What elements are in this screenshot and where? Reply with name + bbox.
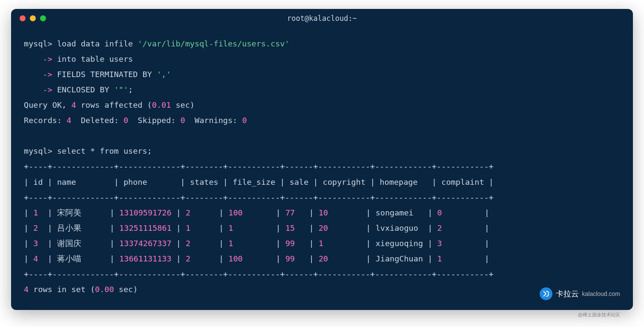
result-query-ok: Query OK, [24,100,71,109]
logo-text-main: 卡拉云 [556,289,579,299]
cmd-string-comma: ',' [157,70,171,79]
cmd-enclosed: ENCLOSED BY [57,85,114,94]
footer-time: 0.00 [95,285,114,294]
continuation-arrow: -> [24,54,57,63]
logo-text-sub: kalacloud.com [582,290,621,297]
cmd-semicolon: ; [128,85,133,94]
result-time: 0.01 [152,100,171,109]
footer-text: rows in set ( [29,285,95,294]
result-deleted: 0 [124,116,128,125]
mysql-prompt: mysql> [24,39,52,48]
cmd-load-data: load data infile [52,39,138,48]
footer-rowcount: 4 [24,285,29,294]
result-rowcount: 4 [71,100,76,109]
result-skipped-label: Skipped: [128,116,181,125]
cmd-into-table: into table users [57,54,133,63]
terminal-body[interactable]: mysql> load data infile '/var/lib/mysql-… [11,28,633,310]
result-warnings-label: Warnings: [185,116,242,125]
result-skipped: 0 [181,116,185,125]
logo-icon [540,287,552,300]
window-title: root@kalacloud:~ [287,14,357,23]
result-records-label: Records: [24,116,66,125]
cmd-fields: FIELDS TERMINATED BY [57,70,157,79]
terminal-window: root@kalacloud:~ mysql> load data infile… [11,9,633,310]
mysql-prompt: mysql> [24,146,52,155]
result-text: sec) [171,100,195,109]
footer-text: sec) [114,285,138,294]
continuation-arrow: -> [24,85,57,94]
traffic-lights [20,15,46,21]
close-button[interactable] [20,15,26,21]
result-deleted-label: Deleted: [71,116,124,125]
brand-logo: 卡拉云 kalacloud.com [540,287,621,300]
cmd-string-quote: '"' [114,85,128,94]
watermark: @稀土掘金技术社区 [11,312,633,318]
result-records: 4 [66,116,71,125]
title-bar: root@kalacloud:~ [11,9,633,28]
cmd-string-path: '/var/lib/mysql-files/users.csv' [138,39,289,48]
maximize-button[interactable] [40,15,46,21]
cmd-select: select * from users; [52,146,152,155]
result-text: rows affected ( [76,100,152,109]
table-output: +----+-------------+-------------+------… [24,162,494,278]
result-warnings: 0 [242,116,247,125]
continuation-arrow: -> [24,70,57,79]
minimize-button[interactable] [30,15,36,21]
